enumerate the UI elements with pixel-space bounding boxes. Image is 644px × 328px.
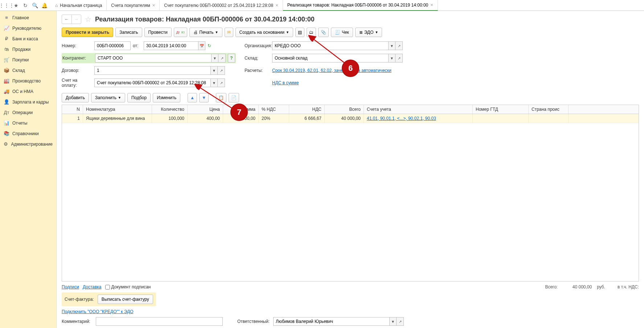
sidebar-item[interactable]: ДтОперации <box>0 107 56 118</box>
tab[interactable]: Счет покупателю 00БП-000002 от 25.04.201… <box>160 0 283 11</box>
close-icon[interactable]: × <box>152 3 155 8</box>
mail-button[interactable]: ✉ <box>225 28 233 37</box>
print-button[interactable]: 🖨Печать▼ <box>189 28 222 37</box>
col-n[interactable]: N <box>62 105 83 114</box>
sidebar-item[interactable]: ≡Главное <box>0 12 56 23</box>
warehouse-field[interactable] <box>272 54 388 62</box>
calc-link[interactable]: Срок 30.04.2019, 62.01, 62.02, зачет ава… <box>272 68 391 73</box>
change-button[interactable]: Изменить <box>153 93 180 102</box>
tab[interactable]: Реализация товаров: Накладная 00БП-00000… <box>283 0 438 11</box>
close-icon[interactable]: × <box>430 2 433 8</box>
post-button[interactable]: Провести <box>144 28 172 37</box>
bell-icon[interactable]: 🔔 <box>40 1 49 10</box>
col-qty[interactable]: Количество <box>152 105 188 114</box>
attach-button[interactable]: 📎 <box>318 28 329 37</box>
sidebar-item[interactable]: 📚Справочники <box>0 128 56 139</box>
sidebar-item[interactable]: ⚙Администрирование <box>0 139 56 149</box>
copy-button[interactable]: 📋 <box>216 93 226 102</box>
accounts-link[interactable]: 41.01, 90.01.1, <...>, 90.02.1, 90.03 <box>367 116 436 121</box>
annotation-7: 7 <box>230 104 248 121</box>
cell <box>529 114 569 123</box>
star-icon[interactable]: ★ <box>12 1 20 10</box>
back-button[interactable]: ← <box>62 15 71 24</box>
dropdown-icon[interactable]: ▼ <box>388 54 395 62</box>
dropdown-icon[interactable]: ▼ <box>210 66 218 75</box>
forward-button[interactable]: → <box>71 15 81 24</box>
col-acc[interactable]: Счета учета <box>364 105 473 114</box>
comment-field[interactable] <box>96 317 223 326</box>
structure-button[interactable]: 🗂 <box>307 28 316 37</box>
open-icon[interactable]: ↗ <box>395 54 403 62</box>
edo-button[interactable]: ≣ЭДО▼ <box>355 28 382 37</box>
col-price[interactable]: Цена <box>188 105 223 114</box>
tab[interactable]: Счета покупателям× <box>107 0 160 11</box>
dropdown-icon[interactable]: ▼ <box>211 54 218 62</box>
sidebar-item[interactable]: ₽Банк и касса <box>0 33 56 44</box>
col-total[interactable]: Всего <box>325 105 364 114</box>
org-field[interactable] <box>272 41 388 50</box>
search-icon[interactable]: 🔍 <box>30 1 39 10</box>
invoice-field[interactable] <box>94 78 210 87</box>
tab[interactable]: ⌂Начальная страница <box>51 0 107 11</box>
delivery-link[interactable]: Доставка <box>83 284 102 289</box>
sidebar-item[interactable]: 🏭Производство <box>0 76 56 86</box>
sidebar-item[interactable]: 📦Склад <box>0 65 56 76</box>
move-down-button[interactable]: ▼ <box>199 93 209 102</box>
sidebar-item[interactable]: 🚚ОС и НМА <box>0 86 56 97</box>
open-icon[interactable]: ↗ <box>218 78 225 87</box>
date-field[interactable] <box>144 41 198 50</box>
sidebar-item[interactable]: 📊Отчеты <box>0 118 56 128</box>
post-close-button[interactable]: Провести и закрыть <box>62 28 113 37</box>
counterparty-field[interactable] <box>95 54 211 62</box>
cell: 41.01, 90.01.1, <...>, 90.02.1, 90.03 <box>364 114 473 123</box>
dropdown-icon[interactable]: ▼ <box>388 41 395 50</box>
fill-button[interactable]: Заполнить▼ <box>91 93 125 102</box>
sidebar-icon: ≡ <box>4 15 9 20</box>
dropdown-icon[interactable]: ▼ <box>210 78 218 87</box>
create-based-button[interactable]: Создать на основании▼ <box>235 28 293 37</box>
annotation-6: 6 <box>342 60 359 77</box>
close-icon[interactable]: × <box>275 3 278 8</box>
open-icon[interactable]: ↗ <box>395 41 403 50</box>
col-nds[interactable]: НДС <box>289 105 325 114</box>
sidebar-item[interactable]: 🛒Покупки <box>0 54 56 65</box>
open-icon[interactable]: ↗ <box>218 54 226 62</box>
sidebar-item[interactable]: 📈Руководителю <box>0 23 56 33</box>
apps-icon[interactable]: ⋮⋮⋮ <box>2 1 11 10</box>
col-vat[interactable]: % НДС <box>259 105 289 114</box>
open-icon[interactable]: ↗ <box>218 66 225 75</box>
comment-label: Комментарий: <box>62 319 92 324</box>
vat-link[interactable]: НДС в сумме <box>272 80 299 85</box>
topbar: ⋮⋮⋮ ★ ↻ 🔍 🔔 ⌂Начальная страницаСчета пок… <box>0 0 644 11</box>
sidebar-icon: 📚 <box>4 131 9 136</box>
signatures-link[interactable]: Подписи <box>62 284 79 289</box>
dropdown-icon[interactable]: ▼ <box>389 317 397 326</box>
number-field[interactable] <box>94 41 131 50</box>
history-icon[interactable]: ↻ <box>21 1 30 10</box>
col-ctry[interactable]: Страна проис <box>529 105 569 114</box>
col-nom[interactable]: Номенклатура <box>83 105 152 114</box>
table-row[interactable]: 1Ящики деревянные для вина100,000400,004… <box>62 114 639 123</box>
open-icon[interactable]: ↗ <box>397 317 404 326</box>
write-sf-button[interactable]: Выписать счет-фактуру <box>98 295 153 304</box>
calendar-icon[interactable]: 📅 <box>198 41 205 50</box>
move-up-button[interactable]: ▲ <box>188 93 197 102</box>
connect-edo-link[interactable]: Подключить "ООО "КРЕДО"" к ЭДО <box>62 309 134 314</box>
sidebar-item[interactable]: 👤Зарплата и кадры <box>0 97 56 107</box>
add-button[interactable]: Добавить <box>62 93 89 102</box>
sidebar-item[interactable]: 🛍Продажи <box>0 44 56 54</box>
list-icon-button[interactable]: ▤ <box>295 28 304 37</box>
contract-field[interactable] <box>94 66 210 75</box>
doc-signed-checkbox[interactable]: Документ подписан <box>105 284 151 289</box>
record-button[interactable]: Записать <box>115 28 142 37</box>
dtkt-button[interactable]: ДтКт <box>174 28 188 37</box>
favorite-icon[interactable]: ☆ <box>85 15 91 24</box>
paste-button[interactable]: 📄 <box>229 93 239 102</box>
responsible-field[interactable] <box>273 317 389 326</box>
check-button[interactable]: 🧾Чек <box>331 28 353 37</box>
refresh-icon[interactable]: ↻ <box>208 43 211 48</box>
totals-label: Всего: <box>545 284 558 289</box>
help-button[interactable]: ? <box>228 54 235 62</box>
pick-button[interactable]: Подбор <box>127 93 151 102</box>
col-gtd[interactable]: Номер ГТД <box>473 105 529 114</box>
